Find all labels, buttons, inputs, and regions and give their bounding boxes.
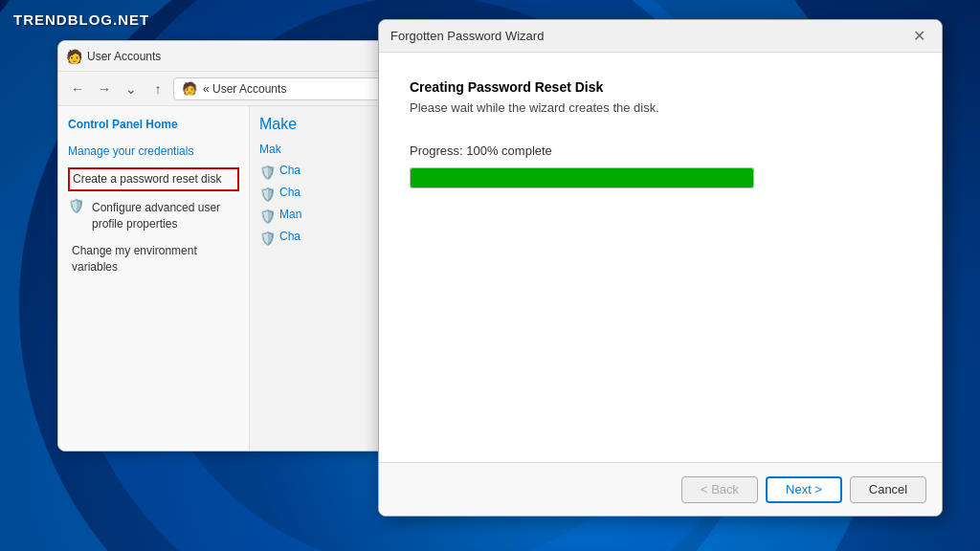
address-icon: 🧑 — [182, 81, 197, 96]
configure-profile-link[interactable]: Configure advanced user profile properti… — [88, 197, 239, 235]
wizard-section-title: Creating Password Reset Disk — [410, 79, 911, 95]
ua-window-title: User Accounts — [87, 50, 422, 63]
main-link-5[interactable]: Cha — [279, 230, 301, 243]
shield-icon-2: 🛡️ — [259, 165, 276, 180]
back-button[interactable]: < Back — [681, 476, 758, 503]
main-link-2[interactable]: Cha — [279, 164, 301, 177]
configure-profile-item: 🛡️ Configure advanced user profile prope… — [68, 197, 239, 235]
back-button[interactable]: ← — [66, 77, 89, 100]
wizard-dialog: Forgotten Password Wizard ✕ Creating Pas… — [378, 19, 943, 517]
ua-sidebar: Control Panel Home Manage your credentia… — [58, 106, 250, 451]
wizard-section-sub: Please wait while the wizard creates the… — [410, 100, 911, 115]
ua-titlebar: 🧑 User Accounts — [58, 41, 430, 72]
up-button[interactable]: ↑ — [146, 77, 169, 100]
dropdown-button[interactable]: ⌄ — [120, 77, 143, 100]
wizard-titlebar: Forgotten Password Wizard ✕ — [379, 20, 942, 53]
forward-button[interactable]: → — [93, 77, 116, 100]
shield-icon-1: 🛡️ — [68, 198, 84, 213]
sidebar-title: Control Panel Home — [68, 118, 239, 131]
wizard-title: Forgotten Password Wizard — [390, 29, 907, 43]
next-button[interactable]: Next > — [766, 476, 842, 503]
ua-window-icon: 🧑 — [66, 49, 81, 64]
wizard-progress-label: Progress: 100% complete — [410, 143, 911, 158]
shield-icon-4: 🛡️ — [259, 209, 276, 224]
address-text: « User Accounts — [203, 82, 286, 96]
cancel-button[interactable]: Cancel — [850, 476, 926, 503]
main-link-4[interactable]: Man — [279, 208, 301, 221]
shield-icon-3: 🛡️ — [259, 187, 276, 202]
progress-bar-fill — [411, 168, 753, 187]
watermark: TRENDBLOG.NET — [13, 11, 149, 28]
wizard-content: Creating Password Reset Disk Please wait… — [379, 53, 942, 462]
change-env-link[interactable]: Change my environment variables — [68, 240, 239, 278]
main-link-1-text: Mak — [259, 143, 281, 156]
ua-navbar: ← → ⌄ ↑ 🧑 « User Accounts — [58, 72, 430, 106]
manage-credentials-link[interactable]: Manage your credentials — [68, 144, 239, 158]
progress-bar-container — [410, 167, 754, 188]
shield-icon-5: 🛡️ — [259, 231, 276, 246]
wizard-footer: < Back Next > Cancel — [379, 462, 942, 516]
main-link-3[interactable]: Cha — [279, 186, 301, 199]
create-reset-disk-link[interactable]: Create a password reset disk — [68, 167, 239, 191]
user-accounts-window: 🧑 User Accounts ← → ⌄ ↑ 🧑 « User Account… — [57, 40, 431, 452]
ua-content: Control Panel Home Manage your credentia… — [58, 106, 430, 451]
wizard-close-button[interactable]: ✕ — [907, 25, 930, 48]
